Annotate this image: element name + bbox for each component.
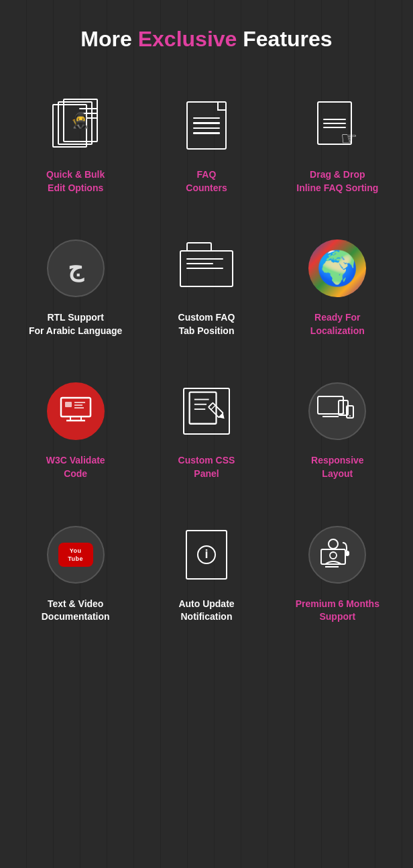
responsive-circle-icon: [308, 382, 366, 440]
drag-drop-doc-icon: ☞: [317, 101, 357, 150]
title-part1: More: [80, 27, 137, 51]
w3c-circle-icon: [47, 382, 105, 440]
css-panel-svg: [187, 388, 226, 431]
svg-line-13: [211, 406, 215, 410]
feature-w3c: W3C ValidateCode: [13, 371, 137, 487]
svg-point-18: [343, 413, 345, 415]
feature-responsive: ResponsiveLayout: [276, 371, 400, 487]
svg-rect-4: [74, 402, 85, 403]
localization-icon: 🌍: [304, 235, 371, 302]
w3c-icon: [42, 378, 109, 445]
page-wrapper: More Exclusive Features 🥷: [0, 0, 413, 671]
tab-position-icon: [180, 250, 233, 287]
feature-rtl-support: ج RTL SupportFor Arabic Language: [13, 228, 137, 344]
localization-label: Ready ForLocalization: [310, 311, 365, 337]
feature-custom-css: Custom CSSPanel: [144, 371, 268, 487]
drag-drop-label: Drag & DropInline FAQ Sorting: [296, 168, 378, 195]
section-title: More Exclusive Features: [13, 27, 400, 52]
rtl-support-icon: ج: [42, 235, 109, 302]
feature-auto-update: i Auto UpdateNotification: [144, 514, 268, 631]
info-circle-icon: i: [197, 545, 216, 564]
feature-faq-counters: FAQCounters: [144, 85, 268, 201]
svg-rect-3: [65, 402, 72, 407]
title-part2: Features: [237, 27, 332, 51]
premium-support-icon: [304, 521, 371, 588]
svg-rect-6: [74, 407, 84, 409]
svg-point-20: [349, 415, 351, 417]
premium-support-label: Premium 6 MonthsSupport: [296, 598, 379, 624]
support-person-svg: [318, 537, 356, 572]
youtube-inner: You Tube: [58, 543, 93, 567]
responsive-label: ResponsiveLayout: [311, 454, 364, 480]
pages-ninja-icon: 🥷: [52, 99, 99, 152]
svg-point-24: [329, 539, 338, 549]
svg-point-25: [330, 552, 337, 559]
text-video-icon: You Tube: [42, 521, 109, 588]
custom-faq-tab-label: Custom FAQTab Position: [178, 311, 235, 337]
rtl-circle-icon: ج: [47, 239, 105, 297]
text-video-label: Text & VideoDocumentation: [42, 598, 110, 624]
responsive-icon: [304, 378, 371, 445]
faq-counters-label: FAQCounters: [186, 168, 227, 195]
title-highlight: Exclusive: [138, 27, 237, 51]
drag-drop-icon: ☞: [304, 92, 371, 159]
svg-rect-26: [345, 551, 349, 556]
svg-rect-5: [74, 404, 82, 406]
responsive-devices-svg: [317, 395, 357, 427]
faq-doc-icon: [186, 101, 227, 150]
rtl-support-label: RTL SupportFor Arabic Language: [29, 311, 123, 337]
feature-text-video: You Tube Text & VideoDocumentation: [13, 514, 137, 631]
youtube-icon: You Tube: [47, 526, 105, 584]
feature-custom-faq-tab: Custom FAQTab Position: [144, 228, 268, 344]
css-panel-icon: [183, 388, 230, 435]
feature-localization: 🌍 Ready ForLocalization: [276, 228, 400, 344]
quick-bulk-edit-icon: 🥷: [42, 92, 109, 159]
auto-update-label: Auto UpdateNotification: [178, 598, 234, 624]
faq-counters-icon: [173, 92, 240, 159]
feature-drag-drop: ☞ Drag & DropInline FAQ Sorting: [276, 85, 400, 201]
auto-update-icon: i: [173, 521, 240, 588]
feature-premium-support: Premium 6 MonthsSupport: [276, 514, 400, 631]
custom-faq-tab-icon: [173, 235, 240, 302]
info-box-icon: i: [186, 530, 227, 580]
support-circle-icon: [308, 526, 366, 584]
quick-bulk-edit-label: Quick & BulkEdit Options: [46, 168, 105, 195]
svg-rect-14: [318, 396, 343, 414]
svg-marker-12: [219, 413, 226, 421]
custom-css-icon: [173, 378, 240, 445]
feature-quick-bulk-edit: 🥷 Quick & BulkEdit Options: [13, 85, 137, 201]
features-grid: 🥷 Quick & BulkEdit Options FAQCounters: [13, 85, 400, 631]
custom-css-label: Custom CSSPanel: [178, 454, 235, 480]
w3c-monitor-svg: [56, 391, 96, 431]
globe-icon: 🌍: [308, 239, 366, 297]
w3c-label: W3C ValidateCode: [46, 454, 105, 480]
